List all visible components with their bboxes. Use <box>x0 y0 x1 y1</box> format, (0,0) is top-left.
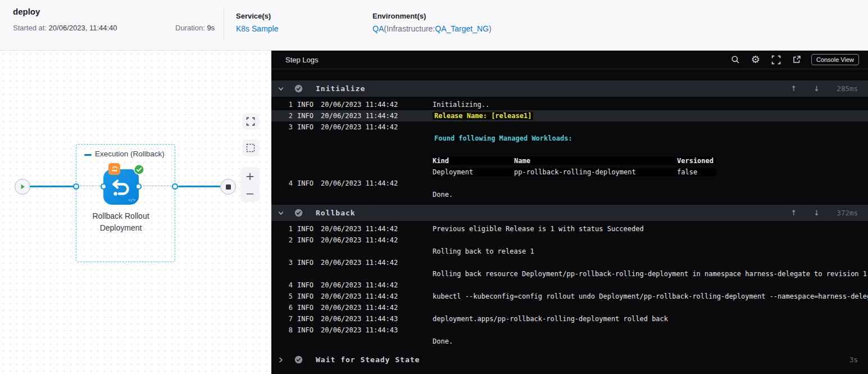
log-section-header-rollback[interactable]: Rollback↑↓372ms <box>271 205 868 221</box>
zoom-controls: + − <box>240 167 260 202</box>
stop-icon <box>226 184 231 190</box>
status-success-icon <box>294 209 303 217</box>
zoom-in-icon[interactable]: + <box>246 170 255 182</box>
duration-label: Duration: <box>175 24 205 32</box>
log-toolbar: Step Logs ⚙ Console View <box>271 51 868 69</box>
environments-block: Environment(s) QA(Infrastructure:QA_Targ… <box>372 12 492 33</box>
pipeline-canvas[interactable]: Execution (Rollback) </> <box>0 51 271 374</box>
edge-group-to-end <box>178 186 221 187</box>
pipeline-title: deploy <box>13 7 40 16</box>
log-sections: Initialize↑↓285ms1INFO20/06/2023 11:44:4… <box>271 69 868 368</box>
started-at-value: 20/06/2023, 11:44:40 <box>49 24 117 32</box>
marquee-select-button[interactable] <box>242 139 259 156</box>
log-panel-title: Step Logs <box>285 56 319 64</box>
log-line: Rolling back resource Deployment/pp-roll… <box>271 268 868 280</box>
step-logs-panel: Step Logs ⚙ Console View Initialize↑↓285… <box>271 51 868 374</box>
success-check-icon <box>134 164 144 177</box>
rollout-deployment-badge-icon <box>108 163 120 175</box>
log-line <box>271 144 868 155</box>
scroll-bottom-icon[interactable]: ↓ <box>814 209 820 217</box>
fit-view-icon <box>246 117 255 126</box>
log-line: 3INFO20/06/2023 11:44:42 <box>271 121 868 133</box>
console-view-button[interactable]: Console View <box>811 54 859 65</box>
dashed-edge-out-of-group <box>143 186 171 186</box>
header-divider <box>224 8 224 40</box>
log-line: 2INFO20/06/2023 11:44:42 <box>271 235 868 246</box>
environment-close-paren: ) <box>489 24 492 33</box>
execution-header: deploy Started at: 20/06/2023, 11:44:40 … <box>0 0 868 51</box>
log-line: Done. <box>271 189 868 200</box>
code-icon: </> <box>128 198 135 202</box>
log-line: 7INFO20/06/2023 11:44:43deployment.apps/… <box>271 313 868 325</box>
environments-label: Environment(s) <box>372 12 492 20</box>
started-at: Started at: 20/06/2023, 11:44:40 <box>13 24 117 32</box>
open-in-new-icon[interactable] <box>792 55 801 64</box>
started-at-label: Started at: <box>13 24 47 32</box>
log-line: 4INFO20/06/2023 11:44:42 <box>271 280 868 291</box>
step-in-port <box>101 183 107 190</box>
log-line: 5INFO20/06/2023 11:44:42kubectl --kubeco… <box>271 291 868 302</box>
log-section-header-wait-for-steady-state[interactable]: Wait for Steady State3s <box>271 352 868 368</box>
infrastructure-link[interactable]: QA_Target_NG <box>435 24 489 33</box>
log-line: 1INFO20/06/2023 11:44:42Initializing.. <box>271 99 868 110</box>
scroll-bottom-icon[interactable]: ↓ <box>814 84 820 93</box>
play-icon <box>19 183 26 190</box>
end-node[interactable] <box>220 179 236 195</box>
step-label: Rollback Rollout Deployment <box>78 210 163 234</box>
start-node[interactable] <box>15 179 30 195</box>
log-section-title: Wait for Steady State <box>316 355 420 364</box>
fit-view-button[interactable] <box>242 113 259 130</box>
log-section-wait-for-steady-state: Wait for Steady State3s <box>271 352 868 368</box>
log-line: 2INFO20/06/2023 11:44:42Release Name: [r… <box>271 110 868 121</box>
chevron-right-icon[interactable] <box>278 357 285 363</box>
status-success-icon <box>294 84 303 93</box>
section-duration: 372ms <box>831 209 858 217</box>
duration-value: 9s <box>207 24 215 32</box>
execution-group-label: Execution (Rollback) <box>95 150 165 158</box>
edge-start-to-group <box>30 186 75 187</box>
log-line: Found following Managed Workloads: <box>271 133 868 144</box>
duration: Duration: 9s <box>175 24 215 32</box>
log-line: 3INFO20/06/2023 11:44:42 <box>271 257 868 268</box>
fullscreen-icon[interactable] <box>771 55 781 65</box>
collapse-group-icon[interactable] <box>84 154 92 156</box>
chevron-down-icon[interactable] <box>278 210 285 217</box>
step-out-port <box>135 183 142 190</box>
environment-link[interactable]: QA <box>372 24 384 33</box>
log-line: Done. <box>271 336 868 347</box>
log-section-header-initialize[interactable]: Initialize↑↓285ms <box>271 80 868 97</box>
log-line: Rolling back to release 1 <box>271 246 868 257</box>
scroll-top-icon[interactable]: ↑ <box>790 84 797 93</box>
log-line: 1INFO20/06/2023 11:44:42Previous eligibl… <box>271 223 868 235</box>
status-success-icon <box>294 355 303 364</box>
log-line: 4INFO20/06/2023 11:44:42 <box>271 178 868 189</box>
section-duration: 285ms <box>831 84 858 93</box>
zoom-out-icon[interactable]: − <box>246 188 255 199</box>
log-line: 6INFO20/06/2023 11:44:42 <box>271 302 868 313</box>
log-section-title: Initialize <box>316 84 365 93</box>
log-line: Deploymentpp-rollback-rolling-deployment… <box>271 166 868 178</box>
log-line: KindNameVersioned <box>271 155 868 166</box>
services-label: Service(s) <box>236 12 278 20</box>
scroll-top-icon[interactable]: ↑ <box>790 209 797 217</box>
log-section-initialize: Initialize↑↓285ms1INFO20/06/2023 11:44:4… <box>271 80 868 200</box>
environment-infra-text: (Infrastructure: <box>384 24 435 33</box>
log-line: 8INFO20/06/2023 11:44:43 <box>271 325 868 336</box>
log-section-rollback: Rollback↑↓372ms1INFO20/06/2023 11:44:42P… <box>271 205 868 347</box>
chevron-down-icon[interactable] <box>278 85 285 92</box>
section-duration: 3s <box>831 355 858 364</box>
service-link[interactable]: K8s Sample <box>236 24 278 33</box>
edge-connector-dot <box>172 183 178 190</box>
marquee-select-icon <box>246 143 255 152</box>
rollback-arrow-icon <box>110 176 133 199</box>
settings-gear-icon[interactable]: ⚙ <box>751 55 760 65</box>
log-section-title: Rollback <box>316 209 356 217</box>
services-block: Service(s) K8s Sample <box>236 12 278 33</box>
search-icon[interactable] <box>731 55 740 64</box>
